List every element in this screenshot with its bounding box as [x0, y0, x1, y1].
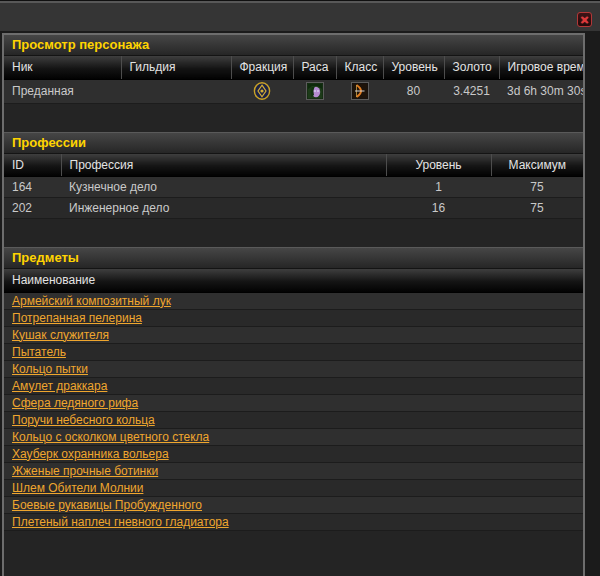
professions-section: Профессии ID Профессия Уровень Максимум …: [4, 132, 583, 220]
col-gold: Золото: [444, 56, 499, 79]
character-gold: 3.4251: [444, 79, 499, 103]
col-faction: Фракция: [231, 56, 293, 79]
item-row: Сфера ледяного рифа: [4, 394, 583, 411]
item-link[interactable]: Пытатель: [12, 345, 66, 359]
item-link[interactable]: Плетеный наплеч гневного гладиатора: [12, 515, 229, 529]
item-row: Кольцо пытки: [4, 360, 583, 377]
character-level: 80: [383, 79, 444, 103]
character-view-panel: Просмотр персонажа Ник Гильдия Фракция Р…: [2, 33, 585, 576]
item-link[interactable]: Боевые рукавицы Пробужденного: [12, 498, 202, 512]
profession-level: 1: [386, 177, 491, 198]
item-row: Плетеный наплеч гневного гладиатора: [4, 513, 583, 530]
professions-section-title: Профессии: [4, 132, 583, 154]
profession-row: 202 Инженерное дело 16 75: [4, 198, 583, 219]
character-guild: [121, 79, 231, 103]
col-class: Класс: [336, 56, 383, 79]
col-id: ID: [4, 154, 61, 177]
item-row: Поручи небесного кольца: [4, 411, 583, 428]
col-prof-level: Уровень: [386, 154, 491, 177]
character-nick: Преданная: [4, 79, 121, 103]
profession-level: 16: [386, 198, 491, 219]
item-link[interactable]: Хауберк охранника вольера: [12, 447, 169, 461]
col-profession: Профессия: [61, 154, 386, 177]
item-link[interactable]: Жженые прочные ботинки: [12, 464, 158, 478]
character-row: Преданная: [4, 79, 583, 103]
night-elf-portrait-icon: [306, 82, 324, 100]
item-row: Армейский композитный лук: [4, 292, 583, 309]
character-table: Ник Гильдия Фракция Раса Класс Уровень З…: [4, 56, 583, 104]
item-row: Боевые рукавицы Пробужденного: [4, 496, 583, 513]
character-section-title: Просмотр персонажа: [4, 35, 583, 56]
item-row: Кушак служителя: [4, 326, 583, 343]
col-prof-max: Максимум: [491, 154, 583, 177]
item-row: Хауберк охранника вольера: [4, 445, 583, 462]
item-row: Жженые прочные ботинки: [4, 462, 583, 479]
item-row: Пытатель: [4, 343, 583, 360]
window-titlebar: ✕: [0, 0, 600, 31]
close-icon[interactable]: ✕: [577, 12, 592, 27]
items-table-header-row: Наименование: [4, 269, 583, 292]
profession-max: 75: [491, 198, 583, 219]
character-section: Просмотр персонажа Ник Гильдия Фракция Р…: [4, 35, 583, 104]
profession-max: 75: [491, 177, 583, 198]
profession-name: Инженерное дело: [61, 198, 386, 219]
professions-table-header-row: ID Профессия Уровень Максимум: [4, 154, 583, 177]
item-link[interactable]: Кольцо пытки: [12, 362, 88, 376]
profession-row: 164 Кузнечное дело 1 75: [4, 177, 583, 198]
items-section: Предметы Наименование Армейский композит…: [4, 247, 583, 531]
professions-table: ID Профессия Уровень Максимум 164 Кузнеч…: [4, 154, 583, 220]
profession-id: 164: [4, 177, 61, 198]
item-link[interactable]: Потрепанная пелерина: [12, 311, 142, 325]
item-link[interactable]: Армейский композитный лук: [12, 294, 171, 308]
item-row: Амулет драккара: [4, 377, 583, 394]
col-race: Раса: [293, 56, 336, 79]
profession-name: Кузнечное дело: [61, 177, 386, 198]
item-link[interactable]: Шлем Обители Молнии: [12, 481, 143, 495]
item-link[interactable]: Амулет драккара: [12, 379, 107, 393]
item-link[interactable]: Сфера ледяного рифа: [12, 396, 138, 410]
col-played-time: Игровое время: [499, 56, 583, 79]
col-guild: Гильдия: [121, 56, 231, 79]
item-link[interactable]: Кушак служителя: [12, 328, 109, 342]
col-level: Уровень: [383, 56, 444, 79]
item-link[interactable]: Поручи небесного кольца: [12, 413, 155, 427]
col-item-name: Наименование: [4, 269, 583, 292]
character-played-time: 3d 6h 30m 30s: [499, 79, 583, 103]
items-table: Наименование Армейский композитный лук П…: [4, 269, 583, 531]
item-row: Потрепанная пелерина: [4, 309, 583, 326]
items-section-title: Предметы: [4, 247, 583, 269]
profession-id: 202: [4, 198, 61, 219]
item-link[interactable]: Кольцо с осколком цветного стекла: [12, 430, 209, 444]
alliance-crest-icon: [253, 82, 271, 100]
item-row: Кольцо с осколком цветного стекла: [4, 428, 583, 445]
character-table-header-row: Ник Гильдия Фракция Раса Класс Уровень З…: [4, 56, 583, 79]
hunter-bow-icon: [351, 82, 369, 100]
item-row: Шлем Обители Молнии: [4, 479, 583, 496]
col-nick: Ник: [4, 56, 121, 79]
